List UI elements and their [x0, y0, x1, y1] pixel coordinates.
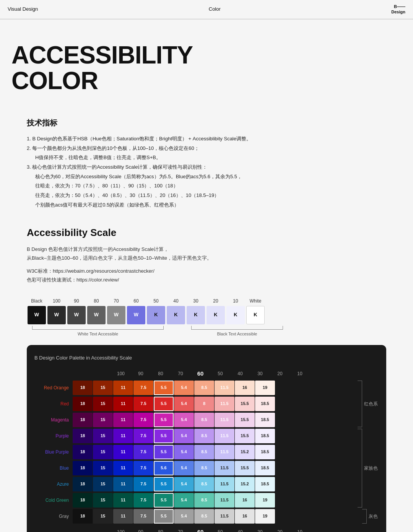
cell-1-9: 18.5 — [255, 397, 275, 411]
scale-item-90: 90W — [67, 298, 86, 324]
row-label-8: Gray — [34, 513, 73, 520]
cell-1-3: 7.5 — [133, 397, 153, 411]
cell-4-1: 15 — [93, 445, 113, 459]
cell-1-4: 5.5 — [154, 397, 174, 411]
cell-1-8: 15.5 — [235, 397, 255, 411]
scale-item-70: 70W — [106, 298, 126, 324]
cell-0-8: 16 — [235, 381, 255, 395]
cell-8-3: 7.5 — [133, 509, 153, 524]
cell-5-1: 15 — [93, 461, 113, 475]
scale-item-40: 40K — [166, 298, 186, 324]
cell-3-9: 18.5 — [255, 429, 275, 443]
palette-title: B Design Color Palette in Accessibility … — [34, 354, 379, 362]
cell-0-3: 7.5 — [133, 381, 153, 395]
cell-0-0: 18 — [73, 381, 93, 395]
palette-row-purple: Purple1815117.55.55.48.511.515.518.5 — [34, 429, 379, 443]
cell-2-4: 5.5 — [154, 413, 174, 427]
col-label-100: 100 — [111, 370, 131, 377]
palette-row-cold-green: Cold Green1815117.55.55.48.511.51619 — [34, 493, 379, 508]
footer-col-label-50: 50 — [210, 529, 230, 532]
palette-row-gray: Gray1815117.55.55.48.511.51619 — [34, 509, 379, 524]
bracket-gray-label: 灰色 — [369, 513, 378, 520]
footer-col-label-70: 70 — [171, 529, 190, 532]
scale-item-50: 50K — [146, 298, 166, 324]
cell-4-6: 8.5 — [194, 445, 214, 459]
scale-bar-container: BlackW100W90W80W70W60W50K40K30K20K10KWhi… — [27, 291, 386, 338]
cell-7-8: 16 — [235, 493, 255, 508]
white-text-label: White Text Accessible — [78, 331, 118, 338]
cell-3-4: 5.5 — [154, 429, 174, 443]
cell-8-5: 5.4 — [174, 509, 194, 524]
col-label-20: 20 — [270, 370, 290, 377]
col-label-90: 90 — [131, 370, 151, 377]
cell-6-4: 5.5 — [154, 477, 174, 491]
cell-5-0: 18 — [73, 461, 93, 475]
palette-row-red: Red1815117.55.55.4811.515.518.5 — [34, 397, 379, 411]
palette-container: B Design Color Palette in Accessibility … — [27, 345, 386, 532]
cell-8-9: 19 — [255, 509, 275, 524]
tech-title: 技术指标 — [27, 117, 386, 129]
accessibility-title: Accessibility Scale — [27, 225, 386, 241]
col-label-80: 80 — [151, 370, 171, 377]
cell-4-9: 18.5 — [255, 445, 275, 459]
col-label-60: 60 — [190, 369, 210, 378]
palette-row-blue: Blue1815117.55.65.48.511.515.518.5 — [34, 461, 379, 475]
cell-3-1: 15 — [93, 429, 113, 443]
cell-0-1: 15 — [93, 381, 113, 395]
cell-7-7: 11.5 — [215, 493, 234, 508]
tech-section: 技术指标 1. B Design的色系基于HSB（Hue色相；Saturatio… — [27, 117, 386, 210]
footer-col-label-10: 10 — [290, 529, 310, 532]
scale-item-100: 100W — [47, 298, 67, 324]
cell-1-0: 18 — [73, 397, 93, 411]
nav-color[interactable]: Color — [209, 5, 221, 13]
palette-footer: 100908070605040302010 — [34, 527, 379, 532]
cell-3-0: 18 — [73, 429, 93, 443]
cell-8-8: 16 — [235, 509, 255, 524]
cell-5-4: 5.6 — [154, 461, 174, 475]
cell-3-3: 7.5 — [133, 429, 153, 443]
cell-6-0: 18 — [73, 477, 93, 491]
palette-rows: Red Orange1815117.55.55.48.511.51619Red1… — [34, 381, 379, 524]
brackets-row: White Text Accessible Black Text Accessi… — [27, 326, 386, 338]
cell-7-5: 5.4 — [174, 493, 194, 508]
row-label-4: Blue Purple — [34, 449, 73, 456]
scale-item-30: 30K — [186, 298, 206, 324]
tech-text: 1. B Design的色系基于HSB（Hue色相；Saturation饱和度；… — [27, 134, 386, 210]
scale-item-white: WhiteK — [246, 298, 265, 324]
main-content: 技术指标 1. B Design的色系基于HSB（Hue色相；Saturatio… — [0, 105, 413, 532]
nav-visual-design[interactable]: Visual Design — [8, 5, 38, 13]
cell-7-4: 5.5 — [154, 493, 174, 508]
cell-7-3: 7.5 — [133, 493, 153, 508]
cell-4-5: 5.4 — [174, 445, 194, 459]
cell-6-2: 11 — [113, 477, 133, 491]
cell-8-1: 15 — [93, 509, 113, 524]
cell-6-7: 11.5 — [215, 477, 234, 491]
cell-2-1: 15 — [93, 413, 113, 427]
cell-3-6: 8.5 — [194, 429, 214, 443]
col-label-40: 40 — [230, 370, 250, 377]
cell-8-4: 5.5 — [154, 509, 174, 524]
bracket-family-label: 家族色 — [364, 465, 378, 472]
cell-2-6: 8.5 — [194, 413, 214, 427]
cell-1-5: 5.4 — [174, 397, 194, 411]
bracket-family: 家族色 — [358, 429, 378, 508]
cell-6-9: 18.5 — [255, 477, 275, 491]
cell-5-7: 11.5 — [215, 461, 234, 475]
palette-row-blue-purple: Blue Purple1815117.55.55.48.511.515.218.… — [34, 445, 379, 459]
cell-3-5: 5.4 — [174, 429, 194, 443]
cell-2-0: 18 — [73, 413, 93, 427]
palette-row-azure: Azure1815117.55.55.48.511.515.218.5 — [34, 477, 379, 491]
cell-5-3: 7.5 — [133, 461, 153, 475]
scale-item-60: 60W — [126, 298, 146, 324]
cell-7-1: 15 — [93, 493, 113, 508]
cell-1-7: 11.5 — [215, 397, 234, 411]
cell-5-6: 8.5 — [194, 461, 214, 475]
cell-8-2: 11 — [113, 509, 133, 524]
cell-7-6: 8.5 — [194, 493, 214, 508]
palette-header: 100908070605040302010 — [34, 369, 379, 378]
cell-4-8: 15.2 — [235, 445, 255, 459]
footer-col-label-20: 20 — [270, 529, 290, 532]
footer-col-label-80: 80 — [151, 529, 171, 532]
accessibility-desc: B Design 色彩色值计算方式按照统一的Accessibility Scal… — [27, 245, 386, 285]
cell-4-3: 7.5 — [133, 445, 153, 459]
